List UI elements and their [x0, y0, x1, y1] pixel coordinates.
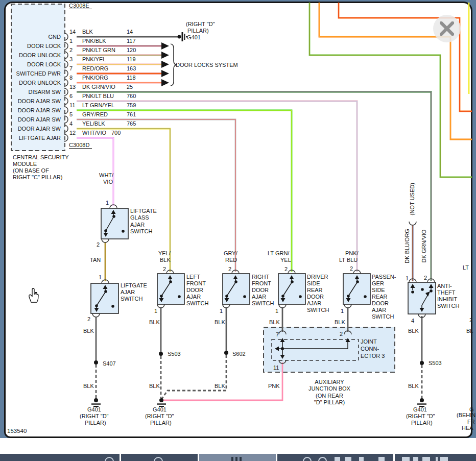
- wire-pnk-lt-blu-760: [77, 101, 357, 272]
- wire-gry-red-761: [77, 119, 235, 272]
- door-locks-arrow: [161, 70, 169, 77]
- label: VIO: [103, 179, 113, 185]
- toolbar-icon: [154, 457, 163, 461]
- label: DOOR: [307, 294, 324, 300]
- circuit-number: 118: [127, 75, 136, 81]
- label: ECTOR 3: [361, 353, 385, 359]
- circuit-number: 119: [127, 56, 136, 62]
- label: INHIBIT: [437, 296, 457, 302]
- pin-bump: [102, 239, 109, 242]
- label: C3008E: [69, 3, 89, 9]
- label: REAR: [372, 294, 388, 300]
- toolbar-button-2[interactable]: [121, 454, 198, 461]
- label: BLK: [408, 383, 419, 389]
- label: FR: [467, 419, 475, 425]
- toolbar-icon: [235, 457, 237, 461]
- label: FRONT: [186, 280, 206, 286]
- circuit-number: 761: [127, 111, 136, 117]
- label: ANTI-: [437, 283, 452, 289]
- module-pin-function: SWITCHED PWR: [16, 70, 61, 77]
- wire-yel-blk-765-stripe: [77, 129, 170, 272]
- module-pin-function: DOOR UNLOCK: [19, 52, 61, 58]
- module-pin-function: DOOR AJAR SW: [18, 116, 61, 123]
- label: SWITCH: [252, 300, 274, 306]
- junction-dot: [178, 295, 181, 298]
- label: SWITCH: [372, 313, 394, 320]
- junction-dot: [299, 295, 302, 298]
- module-pin-function: DOOR LOCK: [27, 61, 61, 67]
- label: 2: [97, 241, 100, 248]
- junction-dot: [364, 295, 367, 298]
- label: 1: [220, 308, 223, 314]
- label: (RIGHT "D": [406, 413, 435, 419]
- junction-dot: [159, 398, 163, 402]
- label: AJAR: [252, 294, 266, 300]
- label: THEFT: [437, 289, 456, 296]
- label: GER: [372, 280, 384, 286]
- wire-color-label: YEL/BLK: [82, 120, 105, 127]
- label: RIGHT "C" PILLAR): [13, 174, 62, 180]
- toolbar-icon: [422, 457, 430, 461]
- label: 2: [350, 265, 353, 272]
- junction-dot: [420, 361, 424, 365]
- close-button[interactable]: [433, 15, 461, 42]
- junction-dot: [94, 398, 98, 402]
- door-locks-arrow: [161, 42, 169, 50]
- label: G401: [413, 406, 427, 413]
- wire-color-label: DK GRN/VIO: [82, 84, 115, 90]
- label: 2: [340, 331, 343, 337]
- toolbar-icon: [440, 457, 448, 461]
- label: JUNCTION BOX: [308, 385, 351, 392]
- pin-bump: [344, 304, 351, 308]
- label: BLK: [215, 319, 225, 325]
- label: BLK: [83, 383, 94, 389]
- pin-bump: [157, 304, 164, 308]
- wire-color-label: PNK/LT GRN: [82, 47, 115, 53]
- pin-bump: [409, 222, 416, 225]
- junction-dot: [420, 398, 424, 402]
- label: PILLAR): [411, 420, 433, 426]
- toolbar-button-5[interactable]: [395, 454, 476, 461]
- toolbar-icon: [345, 457, 351, 461]
- pin-number: 7: [69, 65, 73, 71]
- junction-dot: [243, 295, 246, 298]
- label: BLK: [83, 328, 94, 334]
- toolbar-button-1[interactable]: [0, 454, 120, 461]
- pin-number: 11: [69, 102, 75, 108]
- pin-number: 13: [69, 84, 76, 90]
- label: SWITCH: [130, 228, 152, 234]
- label: LIFTGATE: [130, 208, 157, 214]
- pin-number: 1: [69, 38, 73, 44]
- pin-number: 4: [69, 120, 73, 127]
- label: 4: [411, 318, 414, 324]
- junction-dot: [122, 230, 125, 233]
- label: 2: [424, 275, 427, 281]
- label: GLASS: [130, 214, 149, 221]
- wire-color-label: PNK/ORG: [82, 75, 108, 81]
- label: (ON BASE OF: [13, 167, 49, 174]
- label: (RIGHT "D": [145, 413, 174, 419]
- circuit-number: 25: [127, 84, 133, 90]
- toolbar-button-4[interactable]: [277, 454, 393, 461]
- label: BLK: [335, 319, 345, 325]
- toolbar-button-3[interactable]: [199, 454, 276, 461]
- label: LT GRN/: [268, 250, 290, 256]
- label: JOINT: [361, 338, 377, 345]
- junction-dot: [178, 35, 181, 39]
- label: "D" PILLAR): [314, 399, 345, 405]
- label: 1: [341, 308, 344, 314]
- label: LEFT: [186, 274, 200, 280]
- label: S503: [168, 351, 181, 357]
- label: G401: [187, 34, 201, 40]
- label: C3008D: [69, 142, 89, 148]
- wire-gry-red-761-stripe: [77, 119, 235, 272]
- close-icon: [440, 21, 454, 36]
- door-locks-arrow: [161, 52, 169, 59]
- label: TAN: [90, 257, 101, 263]
- pin-number: 2: [69, 47, 73, 53]
- label: 2: [284, 266, 288, 272]
- label: BL: [466, 328, 473, 334]
- module-pin-function: DOOR AJAR SW: [18, 107, 61, 113]
- wire-pnk-lt-blu-760-stripe: [77, 101, 357, 272]
- circuit-number: 700: [111, 130, 121, 136]
